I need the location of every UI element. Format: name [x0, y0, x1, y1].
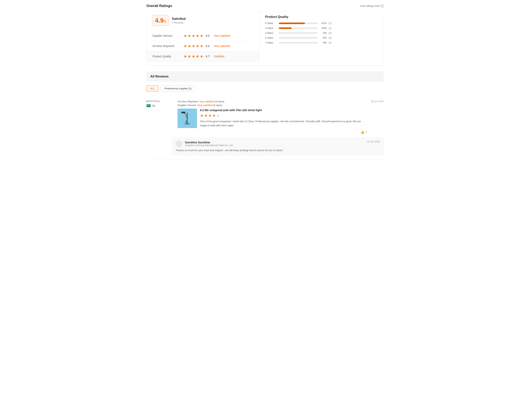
thumbs-up-icon[interactable]: 👍: [360, 130, 364, 134]
product-star-icon: ★: [204, 113, 208, 118]
seller-name-block: Sunshine Sunshine Yangzhou Xintong Inter…: [185, 141, 233, 147]
stars-row: ★★★★★: [184, 33, 203, 38]
all-reviews-title: All Reviews: [150, 75, 169, 78]
like-count: 0: [366, 131, 367, 134]
review-product-detail: 8.2 Mtr octagonal pole with 70w LED stre…: [200, 109, 367, 128]
bar-row: 3 Stars 0% (0): [265, 31, 378, 34]
meta-verdict: Very satisfied: [197, 104, 212, 107]
rating-verdict: Satisfied: [214, 55, 224, 58]
review-card: P***********r 🇫🇯 Fiji On-time Shipment: …: [147, 96, 383, 160]
seller-avatar: [176, 140, 183, 147]
star-icon: ★: [184, 54, 187, 59]
svg-point-4: [184, 123, 190, 125]
svg-rect-2: [181, 112, 185, 113]
rating-category: Product Quality: [152, 55, 184, 58]
star-icon: ★: [196, 33, 199, 38]
bar-row: 5 Stars 67% (2): [265, 22, 378, 25]
star-icon: ★: [184, 33, 187, 38]
review-date: 18 Jun 2019: [371, 100, 383, 134]
rating-row: On-time Shipment ★★★★★ 5.0 Very satisfie…: [152, 41, 253, 51]
star-icon: ★: [188, 44, 191, 48]
product-star-icon: ★: [216, 113, 220, 118]
rating-category: Supplier Service: [152, 34, 184, 37]
meta-verdict: Very satisfied: [199, 100, 214, 103]
meta-stars: (5 stars): [213, 104, 222, 107]
rating-row: Product Quality ★★★★★ 4.7 Satisfied: [147, 51, 259, 62]
reply-text: Thanks so much for your trust and suppor…: [176, 148, 380, 153]
seller-reply: Sunshine Sunshine Yangzhou Xintong Inter…: [172, 137, 383, 156]
bar-label: 3 Stars: [265, 31, 277, 34]
rating-verdict: Very satisfied: [214, 44, 230, 48]
seller-reply-header: Sunshine Sunshine Yangzhou Xintong Inter…: [176, 140, 380, 147]
how-ratings-work-link[interactable]: How ratings work ?: [360, 4, 383, 8]
star-icon: ★: [196, 54, 199, 59]
review-product-area: 8.2 Mtr octagonal pole with 70w LED stre…: [177, 109, 367, 128]
product-stars: ★★★★★: [200, 113, 367, 118]
bar-pct: 0%: [320, 41, 327, 44]
reviewer-info: P***********r 🇫🇯 Fiji: [147, 100, 172, 134]
bar-track: [279, 23, 318, 24]
filter-row: ALLProfessional supplier (2): [147, 85, 383, 92]
help-icon: ?: [381, 4, 383, 8]
bar-track: [279, 32, 318, 34]
like-row: 👍 0: [177, 130, 367, 134]
bar-count: (0): [329, 41, 332, 44]
filter-button[interactable]: ALL: [147, 85, 158, 92]
star-icon: ★: [188, 54, 191, 59]
rating-score: 5.0: [206, 34, 212, 37]
overall-ratings-header: Overall Ratings How ratings work ?: [147, 4, 383, 8]
star-icon: ★: [192, 33, 195, 38]
star-icon: ★: [184, 44, 187, 48]
star-icon: ★: [200, 33, 203, 38]
product-star-icon: ★: [212, 113, 216, 118]
review-top: P***********r 🇫🇯 Fiji On-time Shipment: …: [147, 100, 367, 134]
score-block: 4.9/5 Satisfied 3 Reviews: [152, 15, 253, 26]
product-quality-title: Product Quality: [265, 15, 378, 19]
bar-pct: 33%: [320, 27, 327, 29]
ratings-right-panel: Product Quality 5 Stars 67% (2) 4 Stars …: [259, 11, 383, 66]
overall-ratings-title: Overall Ratings: [147, 4, 172, 8]
product-name: 8.2 Mtr octagonal pole with 70w LED stre…: [200, 109, 367, 112]
flag-icon: 🇫🇯: [147, 104, 151, 107]
rating-rows-container: Supplier Service ★★★★★ 5.0 Very satisfie…: [152, 30, 253, 62]
meta-label: On-time Shipment:: [177, 100, 199, 103]
star-icon: ★: [200, 44, 203, 48]
reply-date: 18 Jun 2019: [367, 140, 380, 143]
rating-score: 5.0: [206, 44, 212, 48]
product-thumbnail[interactable]: [177, 109, 197, 128]
rating-category: On-time Shipment: [152, 44, 184, 48]
score-reviews: 3 Reviews: [172, 21, 186, 24]
filter-buttons-container: ALLProfessional supplier (2): [147, 85, 195, 92]
bars-container: 5 Stars 67% (2) 4 Stars 33% (1) 3 Stars …: [265, 22, 378, 44]
bar-count: (0): [329, 31, 332, 34]
svg-rect-3: [186, 121, 186, 123]
product-star-icon: ★: [208, 113, 212, 118]
reviews-container: P***********r 🇫🇯 Fiji On-time Shipment: …: [147, 96, 383, 160]
bar-count: (0): [329, 36, 332, 39]
reply-header-left: Sunshine Sunshine Yangzhou Xintong Inter…: [176, 140, 233, 147]
score-satisfied: Satisfied: [172, 17, 186, 21]
score-label-block: Satisfied 3 Reviews: [172, 17, 186, 24]
score-number: 4.9: [155, 17, 163, 24]
stars-row: ★★★★★: [184, 44, 203, 48]
score-box: 4.9/5: [152, 15, 169, 26]
ratings-main-box: 4.9/5 Satisfied 3 Reviews Supplier Servi…: [147, 11, 383, 66]
stars-row: ★★★★★: [184, 54, 203, 59]
all-reviews-header: All Reviews: [147, 71, 383, 82]
bar-pct: 67%: [320, 22, 327, 25]
meta-line: On-time Shipment: Very satisfied (5 star…: [177, 100, 367, 103]
meta-label: Supplier Service:: [177, 104, 197, 107]
review-meta: On-time Shipment: Very satisfied (5 star…: [177, 100, 367, 107]
seller-name: Sunshine Sunshine: [185, 141, 233, 144]
bar-row: 1 Stars 0% (0): [265, 41, 378, 44]
bar-label: 1 Stars: [265, 41, 277, 44]
meta-line: Supplier Service: Very satisfied (5 star…: [177, 104, 367, 107]
how-ratings-work-text: How ratings work: [360, 4, 380, 7]
bar-fill: [279, 23, 305, 24]
filter-button[interactable]: Professional supplier (2): [161, 85, 195, 92]
rating-row: Supplier Service ★★★★★ 5.0 Very satisfie…: [152, 30, 253, 41]
bar-label: 5 Stars: [265, 22, 277, 25]
product-star-icon: ★: [200, 113, 204, 118]
country-name: Fiji: [152, 104, 155, 107]
star-icon: ★: [196, 44, 199, 48]
